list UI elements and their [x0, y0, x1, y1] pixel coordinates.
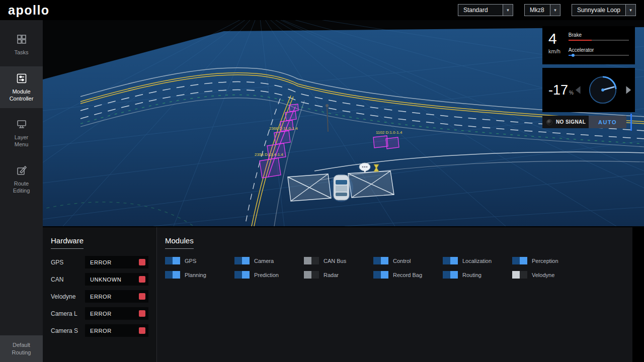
module-toggle-can-bus[interactable] — [304, 257, 319, 264]
module-controller-icon — [16, 72, 28, 84]
setup-mode-select[interactable]: Standard ▾ — [458, 4, 513, 16]
modules-title: Modules — [165, 236, 194, 249]
hardware-row: CANUNKNOWN — [51, 273, 148, 286]
default-routing-button[interactable]: Default Routing — [0, 335, 43, 362]
hardware-item-name: Camera S — [51, 327, 85, 334]
route-editing-icon — [16, 164, 28, 176]
chevron-down-icon[interactable]: ▾ — [550, 5, 560, 16]
hardware-item-status: ERROR — [85, 324, 148, 337]
vehicle-select[interactable]: Mkz8 ▾ — [524, 4, 560, 16]
toggle-knob — [381, 271, 388, 279]
sidebar-item-tasks[interactable]: Tasks — [0, 27, 43, 62]
toggle-knob — [173, 257, 180, 264]
module-item: CAN Bus — [304, 257, 373, 264]
module-controller-panel: Hardware GPSERRORCANUNKNOWNVelodyneERROR… — [43, 226, 644, 362]
error-indicator-icon — [139, 293, 145, 300]
error-indicator-icon — [139, 276, 145, 283]
map-value: Sunnyvale Loop — [572, 5, 625, 16]
error-indicator-icon — [139, 327, 145, 334]
tasks-icon — [16, 33, 28, 45]
module-item: Perception — [512, 257, 582, 264]
drive-mode-row: NO SIGNAL AUTO — [542, 116, 629, 128]
dreamview-app: apollo Standard ▾ Mkz8 ▾ Sunnyvale Loop … — [0, 0, 644, 362]
hardware-row: VelodyneERROR — [51, 290, 148, 303]
sidebar-item-layer-menu[interactable]: Layer Menu — [0, 112, 43, 154]
accelerator-dot — [572, 54, 575, 57]
sidebar-item-label: Tasks — [7, 49, 36, 56]
hardware-item-name: Velodyne — [51, 293, 85, 300]
hardware-row: GPSERROR — [51, 256, 148, 268]
brake-bar — [569, 40, 629, 41]
default-routing-label: Default Routing — [8, 341, 35, 356]
module-toggle-prediction[interactable] — [234, 271, 250, 279]
toggle-knob — [450, 271, 458, 279]
obstacle-label: 2354 D:11.4-1.4 — [255, 152, 283, 157]
module-toggle-localization[interactable] — [443, 257, 458, 264]
signal-indicator-icon — [546, 119, 552, 125]
speed-panel: 4 km/h Brake Accelerator — [542, 26, 635, 64]
ego-vehicle — [329, 174, 353, 202]
speed-unit: km/h — [548, 48, 560, 54]
module-label: Radar — [324, 272, 339, 278]
hardware-item-status: ERROR — [85, 290, 148, 303]
module-item: Planning — [165, 271, 234, 279]
sidebar-item-route-editing[interactable]: Route Editing — [0, 158, 43, 201]
module-toggle-planning[interactable] — [165, 271, 180, 279]
module-toggle-record-bag[interactable] — [373, 271, 388, 279]
hardware-row: Camera SERROR — [51, 324, 148, 337]
toggle-knob — [304, 271, 311, 279]
steering-dial — [574, 72, 633, 108]
vehicle-value: Mkz8 — [525, 5, 550, 16]
accelerator-label: Accelerator — [569, 47, 629, 53]
accelerator-bar — [569, 55, 629, 56]
steer-left-arrow-icon — [576, 86, 581, 94]
module-label: Prediction — [254, 272, 279, 278]
toggle-knob — [520, 257, 527, 264]
speed-readout: 4 km/h — [548, 31, 560, 59]
map-select[interactable]: Sunnyvale Loop ▾ — [572, 4, 636, 16]
module-label: Planning — [185, 272, 206, 278]
toggle-knob — [450, 257, 458, 264]
module-toggle-gps[interactable] — [165, 257, 180, 264]
signal-status: NO SIGNAL — [542, 116, 589, 128]
module-label: Routing — [462, 272, 481, 278]
module-label: Camera — [254, 258, 274, 264]
obstacle-label: 2366 D:11.0-1.4 — [269, 126, 298, 131]
module-toggle-perception[interactable] — [512, 257, 527, 264]
hardware-item-name: Camera L — [51, 310, 85, 317]
steer-right-arrow-icon — [626, 86, 631, 94]
module-toggle-routing[interactable] — [443, 271, 458, 279]
module-label: Localization — [462, 258, 492, 264]
error-indicator-icon — [139, 310, 145, 317]
module-toggle-radar[interactable] — [304, 271, 319, 279]
module-label: CAN Bus — [324, 258, 346, 264]
modules-grid: GPSCameraCAN BusControlLocalizationPerce… — [165, 257, 627, 279]
chevron-down-icon[interactable]: ▾ — [503, 5, 513, 16]
auto-mode-button[interactable]: AUTO — [589, 116, 626, 128]
module-item: Camera — [234, 257, 304, 264]
hardware-status-text: ERROR — [85, 294, 139, 300]
sidebar: TasksModule ControllerLayer MenuRoute Ed… — [0, 20, 43, 362]
module-toggle-control[interactable] — [373, 257, 388, 264]
toggle-knob — [173, 271, 180, 279]
module-toggle-camera[interactable] — [234, 257, 250, 264]
module-label: Velodyne — [532, 272, 554, 278]
signal-label: NO SIGNAL — [556, 119, 586, 125]
hardware-title: Hardware — [51, 236, 84, 249]
apollo-logo: apollo — [8, 3, 50, 18]
module-item: Control — [373, 257, 443, 264]
sidebar-item-module-controller[interactable]: Module Controller — [0, 66, 43, 109]
hardware-item-status: ERROR — [85, 256, 148, 268]
hardware-status-text: ERROR — [85, 328, 139, 334]
sidebar-item-label: Layer Menu — [7, 134, 36, 148]
module-toggle-velodyne[interactable] — [512, 271, 527, 279]
status-hud: 4 km/h Brake Accelerator -17% — [542, 26, 635, 128]
brake-label: Brake — [569, 32, 629, 38]
top-header: apollo Standard ▾ Mkz8 ▾ Sunnyvale Loop … — [0, 0, 644, 20]
steering-panel: -17% — [542, 68, 635, 112]
obstacle-label: 1102 D:1.0-1.4 — [376, 130, 403, 135]
steering-value: -17 — [548, 82, 568, 98]
module-item: Radar — [304, 271, 373, 279]
chevron-down-icon[interactable]: ▾ — [625, 5, 635, 16]
hardware-item-name: GPS — [51, 259, 85, 266]
